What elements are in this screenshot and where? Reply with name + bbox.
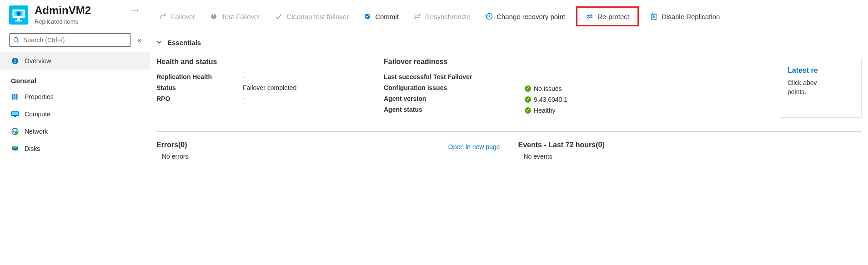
sidebar: AdminVM2 Replicated items ··· « Overview… bbox=[0, 0, 150, 265]
svg-point-19 bbox=[15, 132, 18, 135]
test-failover-button: Test Failover bbox=[206, 10, 264, 22]
more-button[interactable]: ··· bbox=[129, 4, 141, 17]
svg-point-21 bbox=[12, 146, 18, 148]
nav-disks[interactable]: Disks bbox=[0, 140, 150, 157]
nav-overview[interactable]: Overview bbox=[0, 52, 150, 70]
errors-body: No errors bbox=[156, 153, 500, 160]
svg-rect-3 bbox=[15, 20, 22, 21]
history-icon bbox=[485, 12, 493, 20]
toolbar: Failover Test Failover Cleanup test fail… bbox=[150, 0, 868, 33]
failover-icon bbox=[159, 12, 167, 20]
config-issues-value: ✓No issues bbox=[525, 85, 562, 92]
properties-icon bbox=[11, 93, 19, 101]
commit-icon bbox=[363, 12, 371, 20]
change-recovery-point-button[interactable]: Change recovery point bbox=[481, 10, 569, 22]
resync-button: Resynchronize bbox=[410, 10, 474, 22]
nav-overview-label: Overview bbox=[25, 57, 51, 65]
nav-network-label: Network bbox=[25, 128, 48, 135]
svg-point-9 bbox=[15, 59, 15, 60]
config-issues-label: Configuration issues bbox=[384, 84, 511, 91]
svg-rect-2 bbox=[17, 19, 20, 21]
failover-readiness-title: Failover readiness bbox=[384, 58, 511, 66]
test-failover-icon bbox=[210, 12, 218, 20]
svg-rect-29 bbox=[653, 13, 655, 15]
disks-icon bbox=[11, 145, 19, 153]
replication-health-value: - bbox=[243, 73, 245, 80]
latest-recovery-card[interactable]: Latest re Click abovpoints. bbox=[780, 58, 862, 118]
failover-button: Failover bbox=[156, 10, 199, 22]
events-body: No events bbox=[518, 153, 862, 160]
nav-compute-label: Compute bbox=[25, 110, 50, 118]
nav-properties-label: Properties bbox=[25, 93, 54, 100]
errors-title: Errors(0) bbox=[156, 141, 187, 149]
delete-icon bbox=[650, 12, 658, 20]
last-test-failover-value: - bbox=[525, 74, 527, 81]
collapse-sidebar-button[interactable]: « bbox=[137, 36, 141, 44]
network-icon bbox=[11, 127, 19, 135]
svg-rect-10 bbox=[12, 94, 14, 100]
svg-point-5 bbox=[14, 37, 18, 41]
svg-rect-14 bbox=[12, 112, 18, 115]
page-title: AdminVM2 bbox=[35, 4, 123, 17]
check-icon: ✓ bbox=[525, 96, 531, 103]
health-status-title: Health and status bbox=[156, 58, 329, 66]
svg-rect-12 bbox=[16, 94, 18, 100]
svg-rect-15 bbox=[14, 116, 16, 117]
last-test-failover-label: Last successful Test Failover bbox=[384, 73, 511, 80]
check-icon: ✓ bbox=[525, 107, 531, 114]
agent-version-label: Agent version bbox=[384, 95, 511, 102]
page-header: AdminVM2 Replicated items ··· bbox=[0, 0, 150, 30]
essentials-toggle[interactable]: Essentials bbox=[150, 33, 868, 52]
nav-compute[interactable]: Compute bbox=[0, 105, 150, 123]
info-icon bbox=[11, 57, 19, 65]
rpo-label: RPO bbox=[156, 95, 243, 102]
status-value: Failover completed bbox=[243, 84, 296, 91]
page-subtitle: Replicated items bbox=[35, 18, 123, 25]
nav-section-general: General bbox=[0, 70, 150, 88]
svg-rect-22 bbox=[213, 13, 214, 16]
status-label: Status bbox=[156, 84, 243, 91]
events-title: Events - Last 72 hours(0) bbox=[518, 141, 862, 149]
agent-status-label: Agent status bbox=[384, 106, 511, 113]
agent-version-value: ✓9.43.6040.1 bbox=[525, 96, 567, 103]
vm-icon bbox=[9, 5, 28, 25]
agent-status-value: ✓Healthy bbox=[525, 107, 555, 114]
disable-replication-button[interactable]: Disable Replication bbox=[646, 10, 723, 22]
cleanup-button: Cleanup test failover bbox=[271, 10, 352, 22]
open-in-new-page-link[interactable]: Open in new page bbox=[448, 143, 500, 150]
replication-health-label: Replication Health bbox=[156, 73, 243, 80]
svg-line-6 bbox=[17, 41, 19, 42]
search-icon bbox=[13, 37, 20, 43]
divider bbox=[156, 131, 862, 132]
search-input[interactable] bbox=[23, 36, 127, 44]
reprotect-icon bbox=[586, 12, 594, 20]
reprotect-button[interactable]: Re-protect bbox=[576, 6, 639, 26]
svg-rect-11 bbox=[15, 94, 16, 100]
rpo-value: - bbox=[243, 95, 245, 102]
nav-disks-label: Disks bbox=[25, 145, 40, 152]
main-content: Failover Test Failover Cleanup test fail… bbox=[150, 0, 868, 265]
chevron-down-icon bbox=[156, 39, 163, 46]
resync-icon bbox=[413, 12, 421, 20]
nav-network[interactable]: Network bbox=[0, 123, 150, 140]
bottom-section: Errors(0) Open in new page No errors Eve… bbox=[150, 141, 868, 160]
latest-recovery-text: Click abovpoints. bbox=[788, 78, 854, 96]
latest-recovery-title: Latest re bbox=[788, 66, 854, 75]
svg-rect-8 bbox=[15, 60, 15, 63]
nav-properties[interactable]: Properties bbox=[0, 88, 150, 105]
commit-button[interactable]: Commit bbox=[360, 10, 402, 22]
search-box[interactable] bbox=[9, 33, 131, 47]
cleanup-icon bbox=[275, 12, 283, 20]
check-icon: ✓ bbox=[525, 85, 531, 92]
compute-icon bbox=[11, 110, 19, 118]
